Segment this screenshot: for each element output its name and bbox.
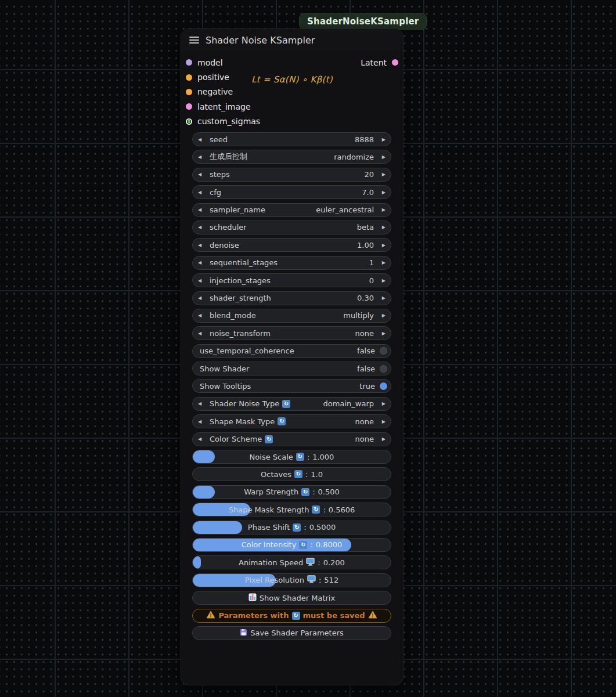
widget-warp-strength[interactable]: Warp Strength↻:0.500 <box>192 485 391 499</box>
widget-label: Phase Shift <box>248 523 290 532</box>
increment-arrow-icon[interactable]: ▶ <box>374 154 391 160</box>
widget-noise-scale[interactable]: Noise Scale↻:1.000 <box>192 450 391 464</box>
widget-use-temporal-coherence[interactable]: use_temporal_coherencefalse <box>192 344 391 358</box>
increment-arrow-icon[interactable]: ▶ <box>374 419 391 424</box>
increment-arrow-icon[interactable]: ▶ <box>374 260 391 265</box>
widget-color-intensity[interactable]: Color Intensity↻:0.8000 <box>192 538 391 552</box>
decrement-arrow-icon[interactable]: ◀ <box>193 260 210 265</box>
increment-arrow-icon[interactable]: ▶ <box>374 313 391 318</box>
input-port-dot-custom_sigmas[interactable] <box>186 118 192 125</box>
decrement-arrow-icon[interactable]: ◀ <box>193 207 210 212</box>
chart-icon <box>248 593 257 603</box>
increment-arrow-icon[interactable]: ▶ <box>374 207 391 212</box>
widget-blend-mode[interactable]: ◀blend_modemultiply▶ <box>192 309 391 323</box>
input-port-dot-latent_image[interactable] <box>186 103 192 110</box>
widget-label-text: 生成后控制 <box>210 151 247 162</box>
widget-injection-stages[interactable]: ◀injection_stages0▶ <box>192 273 391 287</box>
node-type-badge-label: ShaderNoiseKSampler <box>307 16 419 27</box>
input-port-label: custom_sigmas <box>197 117 260 126</box>
output-latent: Latent <box>361 55 398 70</box>
output-port-dot[interactable] <box>392 59 398 66</box>
increment-arrow-icon[interactable]: ▶ <box>374 172 391 177</box>
widget-label: Shape Mask Strength <box>229 505 309 514</box>
save-shader-parameters-button[interactable]: Save Shader Parameters <box>192 626 391 640</box>
toggle-knob[interactable] <box>380 382 387 390</box>
widget-shader-strength[interactable]: ◀shader_strength0.30▶ <box>192 291 391 305</box>
widget-show-shader[interactable]: Show Shaderfalse <box>192 362 391 375</box>
input-port-dot-negative[interactable] <box>186 89 192 95</box>
widget-value: none <box>355 435 374 443</box>
decrement-arrow-icon[interactable]: ◀ <box>193 436 210 442</box>
widget-sequential-stages[interactable]: ◀sequential_stages1▶ <box>192 256 391 270</box>
increment-arrow-icon[interactable]: ▶ <box>374 295 391 301</box>
widget-label-text: denoise <box>210 241 239 250</box>
widget-phase-shift[interactable]: Phase Shift↻:0.5000 <box>192 521 391 535</box>
decrement-arrow-icon[interactable]: ◀ <box>193 419 210 424</box>
decrement-arrow-icon[interactable]: ◀ <box>193 137 210 142</box>
widget-label-text: Color Scheme <box>210 435 262 443</box>
decrement-arrow-icon[interactable]: ◀ <box>193 401 210 406</box>
graph-canvas[interactable]: ShaderNoiseKSampler Shader Noise KSample… <box>0 0 616 697</box>
increment-arrow-icon[interactable]: ▶ <box>374 190 391 195</box>
widget-noise-transform[interactable]: ◀noise_transformnone▶ <box>192 326 391 340</box>
widget-color-scheme[interactable]: ◀Color Scheme↻none▶ <box>192 432 391 446</box>
widget-sampler-name[interactable]: ◀sampler_nameeuler_ancestral▶ <box>192 203 391 217</box>
widget-value: false <box>357 364 375 373</box>
decrement-arrow-icon[interactable]: ◀ <box>193 278 210 283</box>
increment-arrow-icon[interactable]: ▶ <box>374 243 391 248</box>
slider-separator: : <box>323 505 325 514</box>
decrement-arrow-icon[interactable]: ◀ <box>193 225 210 230</box>
widget-pixel-resolution[interactable]: Pixel Resolution:512 <box>192 573 391 587</box>
widget-label: 生成后控制 <box>210 151 247 162</box>
widget-denoise[interactable]: ◀denoise1.00▶ <box>192 238 391 252</box>
toggle-knob[interactable] <box>380 365 387 373</box>
menu-icon[interactable] <box>189 37 199 44</box>
increment-arrow-icon[interactable]: ▶ <box>374 401 391 406</box>
widget-scheduler[interactable]: ◀schedulerbeta▶ <box>192 221 391 234</box>
show-shader-matrix-button[interactable]: Show Shader Matrix <box>192 591 391 605</box>
widget-shape-mask-type[interactable]: ◀Shape Mask Type↻none▶ <box>192 414 391 428</box>
widget-octaves[interactable]: Octaves↻:1.0 <box>192 467 391 481</box>
shader-noise-ksampler-node[interactable]: Shader Noise KSampler Latent modelpositi… <box>181 29 403 685</box>
widget-label: Show Shader <box>200 364 249 373</box>
node-header[interactable]: Shader Noise KSampler <box>181 29 403 51</box>
widget-params-warning: Parameters with↻must be saved <box>192 609 391 623</box>
input-port-dot-model[interactable] <box>186 59 192 66</box>
toggle-knob[interactable] <box>380 347 387 355</box>
widget-label: denoise <box>210 241 239 250</box>
widget-steps[interactable]: ◀steps20▶ <box>192 168 391 182</box>
refresh-icon: ↻ <box>301 488 309 496</box>
increment-arrow-icon[interactable]: ▶ <box>374 331 391 336</box>
widget-label-text: sampler_name <box>210 205 265 214</box>
input-port-label: latent_image <box>197 102 251 111</box>
decrement-arrow-icon[interactable]: ◀ <box>193 190 210 195</box>
decrement-arrow-icon[interactable]: ◀ <box>193 295 210 301</box>
widget-shape-mask-strength[interactable]: Shape Mask Strength↻:0.5606 <box>192 503 391 517</box>
widget-show-tooltips[interactable]: Show Tooltipstrue <box>192 379 391 393</box>
widget-label: use_temporal_coherence <box>200 346 294 355</box>
widget-seed[interactable]: ◀seed8888▶ <box>192 132 391 146</box>
widget-label: Noise Scale <box>250 453 293 461</box>
widget-value: 0.500 <box>318 487 340 496</box>
refresh-icon: ↻ <box>278 417 286 425</box>
widget-value: 0.5000 <box>309 523 336 532</box>
decrement-arrow-icon[interactable]: ◀ <box>193 313 210 318</box>
increment-arrow-icon[interactable]: ▶ <box>374 278 391 283</box>
widget-shader-noise-type[interactable]: ◀Shader Noise Type↻domain_warp▶ <box>192 397 391 411</box>
decrement-arrow-icon[interactable]: ◀ <box>193 331 210 336</box>
widget-label: steps <box>210 170 230 179</box>
increment-arrow-icon[interactable]: ▶ <box>374 436 391 442</box>
increment-arrow-icon[interactable]: ▶ <box>374 137 391 142</box>
decrement-arrow-icon[interactable]: ◀ <box>193 172 210 177</box>
widget-label-text: shader_strength <box>210 294 271 302</box>
widget-cfg[interactable]: ◀cfg7.0▶ <box>192 185 391 199</box>
widget-post-generation-control[interactable]: ◀生成后控制randomize▶ <box>192 150 391 164</box>
widget-label-text: Shader Noise Type <box>210 399 279 408</box>
widget-animation-speed[interactable]: Animation Speed:0.200 <box>192 555 391 569</box>
increment-arrow-icon[interactable]: ▶ <box>374 225 391 230</box>
refresh-icon: ↻ <box>265 435 273 443</box>
decrement-arrow-icon[interactable]: ◀ <box>193 243 210 248</box>
widget-value: 1.0 <box>311 470 323 479</box>
decrement-arrow-icon[interactable]: ◀ <box>193 154 210 160</box>
refresh-icon: ↻ <box>294 470 302 478</box>
